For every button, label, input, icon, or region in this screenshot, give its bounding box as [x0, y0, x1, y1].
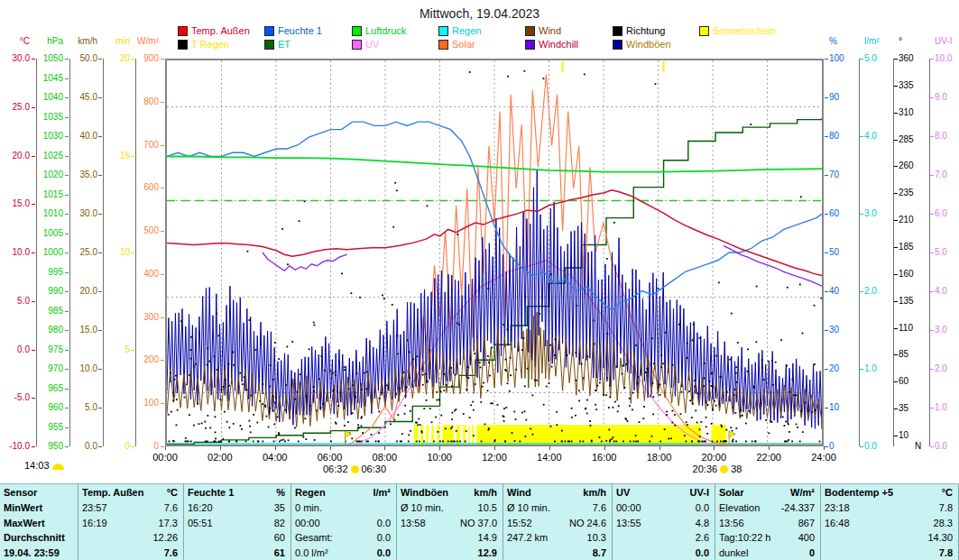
axis-unit-: ° [899, 37, 926, 46]
axis-unit-lm: l/m² [864, 37, 891, 46]
axis-tick [131, 156, 134, 157]
axis-unit-C: °C [2, 37, 30, 46]
axis-tick-label: 1005 [40, 229, 63, 238]
table-cell-value: 0.0 [377, 516, 391, 531]
table-col-unit: °C [942, 485, 953, 500]
table-row-label-1: MaxWert [4, 516, 72, 531]
table-cell-value: 0.0 [696, 546, 709, 560]
axis-tick-label: 80 [829, 132, 856, 141]
legend-swatch-icon [178, 26, 188, 36]
chart-canvas [167, 60, 822, 445]
axis-unit-: % [829, 37, 856, 46]
axis-tick-label: 950 [40, 442, 63, 451]
axis-tick-label: 800 [126, 97, 159, 106]
axis-tick-label: 30.0 [2, 54, 30, 63]
table-cell-label: dunkel [719, 546, 748, 560]
series-windchill [724, 246, 822, 287]
axis-tick-label: 1015 [40, 190, 63, 199]
axis-tick [161, 59, 164, 60]
table-cell-row: 05:5182 [188, 516, 285, 531]
sunset-icon [720, 465, 728, 473]
axis-unit-UVI: UV-I [935, 37, 959, 46]
table-cell-value: 10.3 [587, 530, 606, 546]
axis-tick-label: 970 [40, 364, 63, 373]
axis-tick-label: 200 [126, 355, 159, 364]
legend-swatch-icon [178, 40, 188, 50]
axis-tick-label: 1000 [40, 248, 63, 257]
axis-tick [65, 350, 69, 351]
table-cell-value: 0.0 [696, 500, 709, 516]
axis-tick [825, 369, 828, 370]
table-col-header: Feuchte 1% [188, 485, 285, 500]
axis-tick-label: 50.0 [74, 54, 97, 63]
axis-tick-label: 5.0 [2, 297, 30, 306]
table-col-name: Solar [719, 485, 744, 500]
table-col-unit: UV-I [690, 485, 709, 500]
table-cell-row: 0.0 [616, 546, 709, 560]
axis-tick [65, 369, 69, 370]
table-col-regen: Regenl/m²0 min.00:000.0Gesamt:0.00.0 l/m… [291, 484, 397, 560]
legend-item-luftdruck: Luftdruck [352, 26, 406, 36]
axis-line [36, 59, 37, 446]
axis-tick-label: 160 [899, 270, 926, 279]
table-col-header: UVUV-I [616, 485, 709, 500]
axis-tick [930, 291, 934, 292]
axis-tick-label: 4.0 [864, 132, 891, 141]
table-cell-label: 13:56 [719, 516, 744, 531]
axis-tick-label: 5.0 [74, 403, 97, 412]
table-row-label-2: Durchschnitt [4, 530, 72, 546]
x-axis-label: 16:00 [592, 452, 617, 463]
axis-tick-label: 1045 [40, 74, 63, 83]
table-col-solar: SolarW/m²Elevation-24.33713:56867Tag:10:… [715, 484, 821, 560]
table-cell-label: 16:19 [82, 516, 107, 531]
axis-tick-label: 500 [126, 226, 159, 235]
table-cell-value: 7.6 [164, 500, 178, 516]
table-cell-value: 12.26 [152, 530, 178, 546]
table-cell-value: 28.3 [934, 516, 953, 531]
axis-tick [894, 436, 898, 436]
axis-tick [930, 59, 934, 60]
axis-tick [98, 214, 102, 215]
axis-tick-label: 985 [40, 307, 63, 316]
table-col-name: Temp. Außen [82, 485, 143, 500]
axis-tick [894, 193, 898, 194]
legend-item-regen: Regen [438, 26, 481, 36]
x-axis-tick [275, 446, 276, 450]
table-col-wind: Windkm/hØ 10 min.7.615:52NO 24.6247.2 km… [503, 484, 613, 560]
axis-tick [825, 175, 828, 176]
table-cell-value: 17.3 [159, 516, 178, 531]
axis-tick [65, 408, 69, 409]
table-cell-label: Tag:10:22 h [719, 530, 771, 546]
axis-tick-label: 1035 [40, 113, 63, 122]
table-cell-row: 13:554.8 [616, 516, 709, 531]
axis-tick [65, 175, 69, 176]
axis-tick-label: 3.0 [864, 209, 891, 218]
legend-label: Regen [452, 26, 481, 36]
x-axis-label: 24:00 [811, 452, 836, 463]
axis-tick-label: 20.0 [74, 287, 97, 296]
axis-tick-label: 975 [40, 345, 63, 354]
x-axis-tick [494, 446, 495, 450]
x-axis-label: 20:00 [702, 452, 727, 463]
axis-tick [98, 291, 102, 292]
axis-tick [894, 328, 898, 329]
axis-tick-label: 0 [829, 442, 856, 451]
axis-tick [161, 360, 164, 361]
axis-tick [161, 231, 164, 232]
table-cell-row: 0 min. [295, 500, 391, 516]
table-cell-row: 12.9 [401, 546, 497, 560]
axis-tick [894, 220, 898, 221]
x-axis-tick [330, 446, 331, 450]
axis-unit-hPa: hPa [40, 37, 63, 46]
table-cell-row: Elevation-24.337 [719, 500, 815, 516]
table-cell-row: 8.7 [507, 546, 606, 560]
table-cell-label: 13:55 [616, 516, 641, 531]
axis-tick-label: -10.0 [2, 442, 30, 451]
table-cell-value: -24.337 [781, 500, 815, 516]
day-length-annotation: 14:03 [24, 460, 64, 471]
sunrise-annotation: 06:32 06:30 [305, 464, 404, 474]
axis-tick [65, 59, 69, 60]
x-axis-tick [384, 446, 385, 450]
axis-tick [98, 59, 102, 60]
table-cell-value: 60 [274, 530, 285, 546]
